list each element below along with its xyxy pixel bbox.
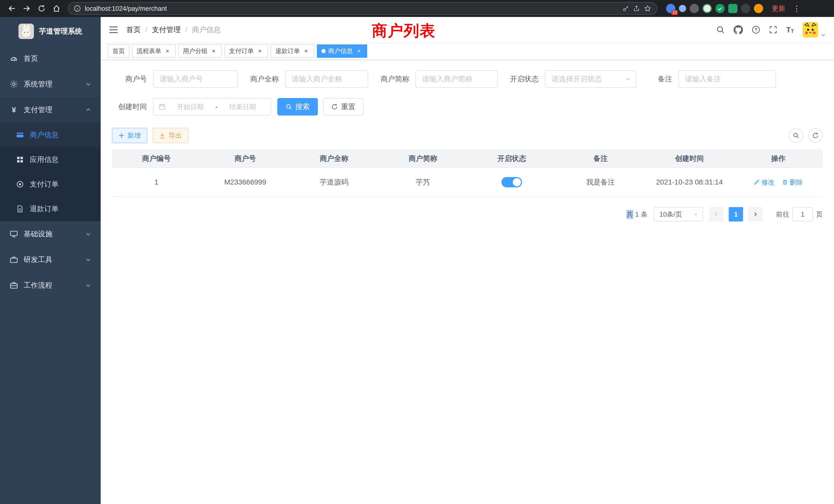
date-range-picker[interactable]: 开始日期 - 结束日期 (153, 98, 271, 115)
toggle-search-button[interactable] (789, 128, 803, 143)
add-button-label: 新增 (127, 131, 141, 140)
sidebar-item-dev-tools[interactable]: 研发工具 (0, 247, 101, 273)
filter-create-time: 创建时间 开始日期 - 结束日期 (112, 98, 271, 115)
reset-button[interactable]: 重置 (323, 98, 364, 115)
extension-icon[interactable] (679, 5, 686, 12)
page-size-select[interactable]: 10条/页 (654, 207, 703, 222)
next-page-button[interactable] (748, 207, 763, 222)
filter-short-name: 商户简称 (380, 70, 498, 88)
tab-home[interactable]: 首页 (108, 44, 129, 58)
filter-full-name: 商户全称 (250, 70, 368, 88)
sidebar-item-infrastructure[interactable]: 基础设施 (0, 221, 101, 247)
prev-page-button[interactable] (709, 207, 724, 222)
tab-process-form[interactable]: 流程表单 × (132, 44, 176, 58)
close-icon[interactable]: × (164, 47, 171, 55)
sidebar-item-app-info[interactable]: 应用信息 (0, 147, 101, 172)
extension-icon[interactable]: 10 (666, 4, 675, 13)
remark-input[interactable] (678, 70, 776, 88)
password-key-icon[interactable] (622, 5, 629, 12)
sidebar-item-merchant-info[interactable]: 商户信息 (0, 123, 101, 147)
font-size-icon[interactable]: TT (786, 26, 794, 33)
sidebar-item-home[interactable]: 首页 (0, 46, 101, 71)
merchant-card-icon (16, 131, 25, 139)
tab-label: 退款订单 (275, 47, 300, 55)
github-icon[interactable] (733, 25, 743, 35)
sidebar-item-system[interactable]: 系统管理 (0, 71, 101, 97)
search-button[interactable]: 搜索 (277, 98, 318, 115)
breadcrumb-payment[interactable]: 支付管理 (152, 25, 181, 35)
extension-icon[interactable] (690, 4, 699, 13)
breadcrumb-separator: / (145, 26, 147, 34)
sidebar-item-payment[interactable]: ¥ 支付管理 (0, 97, 101, 123)
tab-refund-order[interactable]: 退款订单 × (271, 44, 314, 58)
extension-icon[interactable] (728, 4, 738, 13)
date-start-placeholder: 开始日期 (168, 102, 213, 111)
table-row: 1 M233666999 芋道源码 芋艿 我是备注 2021-10-23 08:… (112, 168, 823, 197)
goto-suffix: 页 (816, 210, 823, 219)
edit-link[interactable]: 修改 (754, 178, 775, 187)
fullscreen-icon[interactable] (769, 26, 777, 34)
user-menu[interactable] (803, 22, 826, 38)
share-icon[interactable] (633, 5, 640, 12)
site-info-icon[interactable] (74, 5, 81, 12)
url-bar[interactable]: localhost:1024/pay/merchant (68, 2, 657, 15)
export-button[interactable]: 导出 (153, 128, 189, 143)
delete-link[interactable]: 删除 (782, 178, 803, 187)
cell-full-name: 芋道源码 (290, 168, 378, 197)
briefcase-icon (9, 281, 19, 290)
search-icon[interactable] (716, 25, 725, 34)
page-number-button[interactable]: 1 (729, 207, 743, 222)
extension-icon[interactable] (703, 4, 712, 13)
app-logo[interactable]: 芋道管理系统 (0, 17, 101, 46)
browser-back-button[interactable] (5, 2, 19, 15)
chevron-down-icon (85, 81, 91, 87)
chrome-menu-icon[interactable]: ⋮ (791, 4, 803, 13)
tab-pay-order[interactable]: 支付订单 × (224, 44, 268, 58)
close-icon[interactable]: × (210, 47, 217, 55)
sidebar-item-pay-order[interactable]: 支付订单 (0, 172, 101, 197)
document-icon (16, 205, 25, 213)
status-toggle[interactable] (502, 177, 522, 187)
cell-remark: 我是备注 (556, 168, 645, 197)
extension-icon[interactable] (754, 4, 763, 13)
extension-icon[interactable] (741, 4, 750, 13)
close-icon[interactable]: × (303, 47, 310, 55)
table-toolbar: 新增 导出 (112, 128, 823, 143)
page-annotation: 商户列表 (372, 21, 436, 41)
field-label: 创建时间 (112, 102, 147, 112)
browser-reload-button[interactable] (35, 2, 48, 15)
browser-home-button[interactable] (50, 2, 63, 15)
sidebar-item-refund-order[interactable]: 退款订单 (0, 197, 101, 221)
merchant-no-input[interactable] (153, 70, 238, 88)
sidebar-item-label: 基础设施 (24, 229, 52, 239)
browser-forward-button[interactable] (20, 2, 34, 15)
extension-icon[interactable] (716, 4, 725, 13)
chrome-update-button[interactable]: 更新 (772, 4, 785, 13)
close-icon[interactable]: × (355, 47, 363, 55)
full-name-input[interactable] (285, 70, 368, 88)
bookmark-star-icon[interactable] (644, 5, 651, 12)
refresh-button[interactable] (808, 128, 823, 143)
status-select[interactable]: 请选择开启状态 (545, 70, 636, 88)
tabs-bar: 首页 流程表单 × 用户分组 × 支付订单 × 退款订单 × (101, 43, 834, 60)
sidebar-item-workflow[interactable]: 工作流程 (0, 273, 101, 298)
tab-user-group[interactable]: 用户分组 × (178, 44, 222, 58)
reset-button-label: 重置 (341, 102, 355, 112)
breadcrumb-home[interactable]: 首页 (126, 25, 141, 35)
dashboard-icon (9, 54, 19, 63)
filter-merchant-no: 商户号 (112, 70, 238, 88)
goto-page-input[interactable] (792, 207, 813, 222)
page-buttons: 1 (709, 207, 763, 222)
field-label: 商户简称 (380, 74, 409, 84)
add-button[interactable]: 新增 (112, 128, 147, 143)
short-name-input[interactable] (415, 70, 498, 88)
close-icon[interactable]: × (256, 47, 263, 55)
help-icon[interactable]: ? (751, 25, 760, 34)
field-label: 开启状态 (510, 74, 539, 84)
merchant-table: 商户编号 商户号 商户全称 商户简称 开启状态 备注 创建时间 操作 1 M23… (112, 150, 823, 197)
column-header: 商户编号 (112, 150, 201, 168)
logo-avatar (19, 24, 34, 39)
hamburger-icon[interactable] (109, 26, 118, 33)
caret-down-icon (821, 32, 826, 38)
tab-merchant-info[interactable]: 商户信息 × (317, 44, 367, 58)
